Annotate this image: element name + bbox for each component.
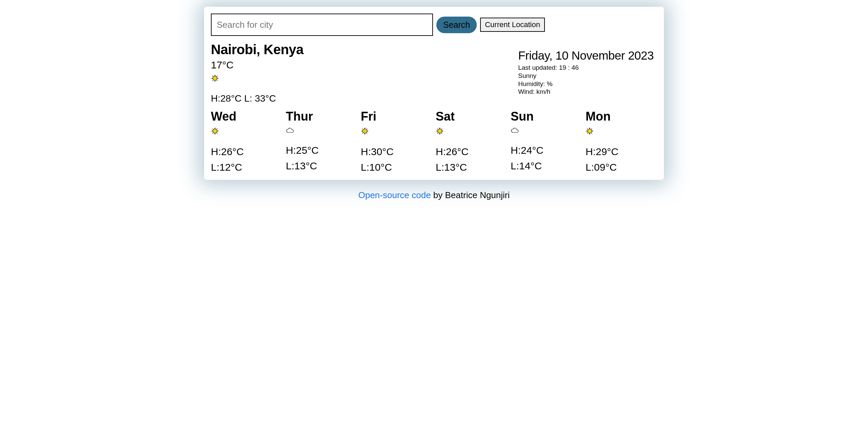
forecast-day: SatH:26°CL:13°C bbox=[436, 109, 507, 173]
last-updated-text: Last updated: 19 : 46 bbox=[518, 64, 654, 72]
forecast-high: H:29°C bbox=[586, 146, 657, 157]
location-title: Nairobi, Kenya bbox=[211, 42, 303, 57]
forecast-day-name: Sun bbox=[511, 109, 582, 124]
sun-icon bbox=[586, 127, 594, 135]
forecast-day: FriH:30°CL:10°C bbox=[361, 109, 432, 173]
forecast-low: L:09°C bbox=[586, 162, 657, 173]
forecast-icon-wrap bbox=[211, 127, 282, 136]
current-icon-wrap bbox=[211, 74, 303, 84]
forecast-low: L:13°C bbox=[286, 160, 357, 172]
sun-icon bbox=[436, 127, 444, 135]
forecast-icon-wrap bbox=[361, 127, 432, 136]
forecast-icon-wrap bbox=[511, 127, 582, 135]
current-temperature: 17°C bbox=[211, 59, 303, 71]
forecast-high: H:24°C bbox=[511, 145, 582, 156]
forecast-row: WedH:26°CL:12°CThurH:25°CL:13°CFriH:30°C… bbox=[211, 109, 657, 173]
forecast-day: MonH:29°CL:09°C bbox=[586, 109, 657, 173]
forecast-low: L:14°C bbox=[511, 160, 582, 172]
sun-icon bbox=[211, 127, 219, 135]
open-source-link[interactable]: Open-source code bbox=[358, 190, 431, 200]
forecast-high: H:26°C bbox=[436, 146, 507, 157]
forecast-day-name: Sat bbox=[436, 109, 507, 124]
forecast-icon-wrap bbox=[286, 127, 357, 135]
forecast-high: H:26°C bbox=[211, 146, 282, 157]
forecast-icon-wrap bbox=[436, 127, 507, 136]
forecast-high: H:25°C bbox=[286, 145, 357, 156]
search-input[interactable] bbox=[211, 14, 433, 36]
forecast-day-name: Fri bbox=[361, 109, 432, 124]
search-button[interactable]: Search bbox=[436, 17, 477, 33]
cloud-icon bbox=[286, 127, 295, 134]
sun-icon bbox=[211, 74, 219, 82]
forecast-icon-wrap bbox=[586, 127, 657, 136]
weather-card: Search Current Location Nairobi, Kenya 1… bbox=[204, 7, 664, 180]
forecast-low: L:13°C bbox=[436, 162, 507, 173]
forecast-low: L:12°C bbox=[211, 162, 282, 173]
current-high-low: H:28°C L: 33°C bbox=[211, 93, 303, 104]
current-weather: Nairobi, Kenya 17°C H:28°C L: 33°C bbox=[211, 42, 303, 104]
date-text: Friday, 10 November 2023 bbox=[518, 49, 654, 62]
forecast-high: H:30°C bbox=[361, 146, 432, 157]
forecast-day-name: Mon bbox=[586, 109, 657, 124]
forecast-low: L:10°C bbox=[361, 162, 432, 173]
humidity-text: Humidity: % bbox=[518, 80, 654, 88]
cloud-icon bbox=[511, 127, 519, 134]
footer: Open-source code by Beatrice Ngunjiri bbox=[0, 190, 868, 201]
forecast-day: WedH:26°CL:12°C bbox=[211, 109, 282, 173]
condition-text: Sunny bbox=[518, 72, 654, 80]
search-row: Search Current Location bbox=[211, 14, 657, 36]
forecast-day: ThurH:25°CL:13°C bbox=[286, 109, 357, 173]
details-panel: Friday, 10 November 2023 Last updated: 1… bbox=[518, 42, 657, 104]
author-text: by Beatrice Ngunjiri bbox=[431, 190, 510, 200]
main-section: Nairobi, Kenya 17°C H:28°C L: 33°C Frida… bbox=[211, 42, 657, 104]
current-location-button[interactable]: Current Location bbox=[480, 18, 545, 32]
sun-icon bbox=[361, 127, 369, 135]
forecast-day-name: Wed bbox=[211, 109, 282, 124]
wind-text: Wind: km/h bbox=[518, 88, 654, 96]
forecast-day-name: Thur bbox=[286, 109, 357, 124]
forecast-day: SunH:24°CL:14°C bbox=[511, 109, 582, 173]
